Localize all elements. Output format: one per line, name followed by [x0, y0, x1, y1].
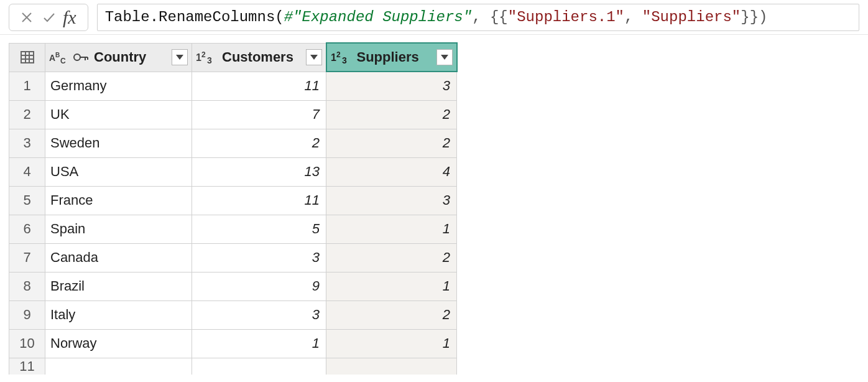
filter-button-suppliers[interactable]	[436, 49, 453, 65]
fx-icon: fx	[60, 7, 81, 28]
svg-text:A: A	[49, 53, 55, 63]
formula-commit-button[interactable]	[38, 5, 60, 30]
number-type-icon: 1 2 3	[331, 50, 352, 65]
row-number[interactable]: 9	[9, 300, 45, 329]
table-row[interactable]: 5France113	[9, 186, 457, 215]
cell-country[interactable]: Italy	[45, 300, 192, 329]
column-label: Customers	[221, 49, 293, 65]
svg-marker-18	[310, 55, 318, 60]
svg-text:2: 2	[201, 50, 206, 59]
cell-country[interactable]	[45, 358, 192, 375]
cell-customers[interactable]: 3	[192, 300, 326, 329]
formula-input[interactable]: Table.RenameColumns(#"Expanded Suppliers…	[97, 4, 859, 31]
svg-text:3: 3	[342, 55, 347, 65]
cell-suppliers[interactable]: 1	[326, 272, 457, 300]
svg-text:C: C	[60, 57, 66, 65]
column-header-customers[interactable]: 1 2 3 Customers	[192, 43, 326, 72]
row-number[interactable]: 10	[9, 329, 45, 358]
column-label: Suppliers	[356, 49, 419, 65]
select-all-corner[interactable]	[9, 43, 45, 72]
cell-customers[interactable]: 9	[192, 272, 326, 300]
cell-suppliers[interactable]: 2	[326, 100, 457, 129]
cell-suppliers[interactable]: 4	[326, 157, 457, 186]
cell-country[interactable]: USA	[45, 157, 192, 186]
row-number[interactable]: 7	[9, 243, 45, 272]
row-number[interactable]: 6	[9, 215, 45, 243]
cell-country[interactable]: Germany	[45, 72, 192, 100]
row-number[interactable]: 1	[9, 72, 45, 100]
formula-token: Table.RenameColumns(	[105, 9, 284, 26]
cell-customers[interactable]: 1	[192, 329, 326, 358]
cell-suppliers[interactable]: 3	[326, 72, 457, 100]
cell-suppliers[interactable]: 2	[326, 129, 457, 157]
row-number[interactable]: 3	[9, 129, 45, 157]
number-type-icon: 1 2 3	[196, 50, 217, 65]
cell-country[interactable]: Norway	[45, 329, 192, 358]
table-row[interactable]: 4USA134	[9, 157, 457, 186]
filter-button-customers[interactable]	[306, 49, 322, 65]
table-row[interactable]: 8Brazil91	[9, 272, 457, 300]
formula-token: , {{	[472, 9, 508, 26]
table-row[interactable]: 2UK72	[9, 100, 457, 129]
cell-suppliers[interactable]: 3	[326, 186, 457, 215]
cell-country[interactable]: UK	[45, 100, 192, 129]
formula-token: }})	[741, 9, 767, 26]
formula-token: "Suppliers"	[642, 9, 741, 26]
filter-button-country[interactable]	[172, 49, 188, 65]
formula-controls: fx	[9, 4, 88, 31]
formula-token: ,	[624, 9, 642, 26]
column-header-country[interactable]: A B C Country	[45, 43, 192, 72]
table-row[interactable]: 11	[9, 358, 457, 375]
svg-text:B: B	[55, 52, 60, 58]
table-row[interactable]: 3Sweden22	[9, 129, 457, 157]
text-type-icon: A B C	[49, 50, 69, 65]
cell-suppliers[interactable]	[326, 358, 457, 375]
table-row[interactable]: 10Norway11	[9, 329, 457, 358]
table-row[interactable]: 7Canada32	[9, 243, 457, 272]
formula-token: "Suppliers.1"	[508, 9, 624, 26]
svg-text:3: 3	[207, 55, 212, 65]
cell-country[interactable]: Canada	[45, 243, 192, 272]
svg-marker-14	[176, 55, 183, 60]
svg-point-10	[74, 54, 80, 60]
table-row[interactable]: 9Italy32	[9, 300, 457, 329]
cell-country[interactable]: Brazil	[45, 272, 192, 300]
cell-country[interactable]: Spain	[45, 215, 192, 243]
cell-suppliers[interactable]: 2	[326, 300, 457, 329]
cell-customers[interactable]: 3	[192, 243, 326, 272]
cell-customers[interactable]: 11	[192, 186, 326, 215]
row-number[interactable]: 2	[9, 100, 45, 129]
cell-suppliers[interactable]: 2	[326, 243, 457, 272]
svg-marker-22	[441, 55, 448, 60]
cell-customers[interactable]: 7	[192, 100, 326, 129]
svg-rect-2	[21, 52, 34, 63]
cell-customers[interactable]: 5	[192, 215, 326, 243]
table-row[interactable]: 1Germany113	[9, 72, 457, 100]
table-row[interactable]: 6Spain51	[9, 215, 457, 243]
row-number[interactable]: 8	[9, 272, 45, 300]
cell-country[interactable]: France	[45, 186, 192, 215]
cell-suppliers[interactable]: 1	[326, 215, 457, 243]
svg-text:1: 1	[331, 52, 336, 63]
svg-text:1: 1	[196, 52, 201, 63]
cell-suppliers[interactable]: 1	[326, 329, 457, 358]
cell-customers[interactable]: 2	[192, 129, 326, 157]
formula-bar: fx Table.RenameColumns(#"Expanded Suppli…	[0, 0, 868, 35]
row-number[interactable]: 4	[9, 157, 45, 186]
data-grid: A B C Country	[0, 35, 868, 375]
column-header-suppliers[interactable]: 1 2 3 Suppliers	[326, 43, 457, 72]
formula-cancel-button[interactable]	[16, 5, 38, 30]
row-number[interactable]: 11	[9, 358, 45, 375]
svg-text:2: 2	[336, 50, 341, 59]
cell-customers[interactable]: 13	[192, 157, 326, 186]
formula-token: #"Expanded Suppliers"	[284, 9, 472, 26]
key-icon	[73, 50, 89, 64]
cell-country[interactable]: Sweden	[45, 129, 192, 157]
cell-customers[interactable]	[192, 358, 326, 375]
row-number[interactable]: 5	[9, 186, 45, 215]
cell-customers[interactable]: 11	[192, 72, 326, 100]
column-label: Country	[93, 49, 146, 65]
